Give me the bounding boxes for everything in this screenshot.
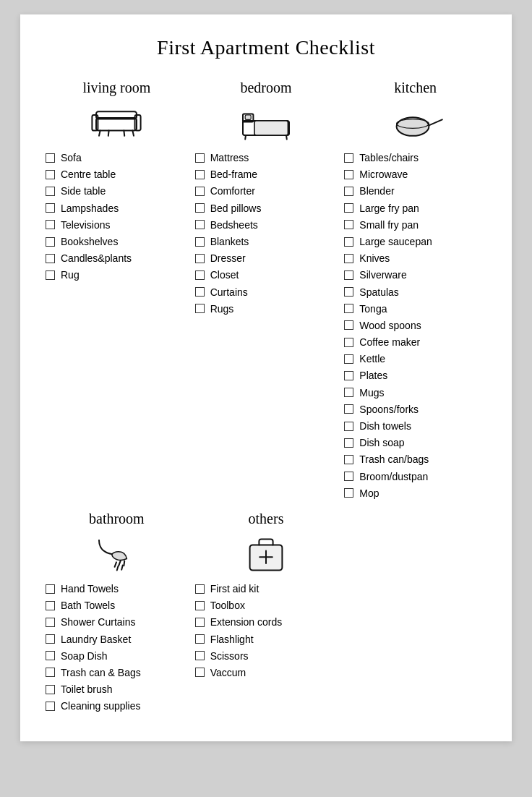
checkbox[interactable] <box>344 170 353 179</box>
list-item[interactable]: Centre table <box>46 168 188 181</box>
checkbox[interactable] <box>46 634 55 644</box>
checkbox[interactable] <box>46 203 55 213</box>
list-item[interactable]: Flashlight <box>195 633 338 646</box>
list-item[interactable]: Broom/dustpan <box>344 470 486 483</box>
list-item[interactable]: Bath Towels <box>46 599 188 612</box>
checkbox[interactable] <box>195 203 205 213</box>
list-item[interactable]: Bookshelves <box>46 235 188 248</box>
list-item[interactable]: Cleaning supplies <box>46 699 188 712</box>
list-item[interactable]: Spoons/forks <box>344 403 486 416</box>
checkbox[interactable] <box>195 618 205 627</box>
checkbox[interactable] <box>344 220 353 229</box>
checkbox[interactable] <box>46 153 55 163</box>
list-item[interactable]: Comforter <box>195 184 338 197</box>
checkbox[interactable] <box>195 187 205 196</box>
checkbox[interactable] <box>46 270 55 280</box>
list-item[interactable]: Bed pillows <box>195 202 338 215</box>
list-item[interactable]: Microwave <box>344 168 486 181</box>
list-item[interactable]: Trash can/bags <box>344 453 486 466</box>
list-item[interactable]: Soap Dish <box>46 649 188 662</box>
list-item[interactable]: Bedsheets <box>195 218 338 231</box>
list-item[interactable]: Small fry pan <box>344 218 486 231</box>
list-item[interactable]: Large saucepan <box>344 235 486 248</box>
checkbox[interactable] <box>344 404 353 414</box>
list-item[interactable]: Hand Towels <box>46 582 188 595</box>
list-item[interactable]: Bed-frame <box>195 168 338 181</box>
checkbox[interactable] <box>46 685 55 694</box>
checkbox[interactable] <box>195 668 205 677</box>
list-item[interactable]: Toolbox <box>195 599 338 612</box>
checkbox[interactable] <box>344 472 353 481</box>
checkbox[interactable] <box>344 254 353 263</box>
list-item[interactable]: First aid kit <box>195 582 338 595</box>
checkbox[interactable] <box>46 237 55 247</box>
list-item[interactable]: Large fry pan <box>344 202 486 215</box>
checkbox[interactable] <box>344 455 353 464</box>
checkbox[interactable] <box>344 354 353 364</box>
list-item[interactable]: Blender <box>344 184 486 197</box>
checkbox[interactable] <box>195 237 205 247</box>
list-item[interactable]: Televisions <box>46 218 188 231</box>
list-item[interactable]: Vaccum <box>195 666 338 679</box>
list-item[interactable]: Spatulas <box>344 286 486 299</box>
checkbox[interactable] <box>344 422 353 431</box>
checkbox[interactable] <box>195 270 205 280</box>
list-item[interactable]: Rugs <box>195 302 338 315</box>
list-item[interactable]: Mugs <box>344 386 486 399</box>
list-item[interactable]: Mop <box>344 487 486 500</box>
checkbox[interactable] <box>195 651 205 660</box>
checkbox[interactable] <box>344 187 353 196</box>
list-item[interactable]: Blankets <box>195 235 338 248</box>
list-item[interactable]: Dish towels <box>344 419 486 432</box>
checkbox[interactable] <box>46 651 55 660</box>
list-item[interactable]: Coffee maker <box>344 336 486 349</box>
checkbox[interactable] <box>344 153 353 163</box>
list-item[interactable]: Knives <box>344 252 486 265</box>
list-item[interactable]: Side table <box>46 184 188 197</box>
list-item[interactable]: Toilet brush <box>46 683 188 696</box>
checkbox[interactable] <box>344 438 353 448</box>
checkbox[interactable] <box>195 601 205 610</box>
list-item[interactable]: Shower Curtains <box>46 615 188 628</box>
checkbox[interactable] <box>344 270 353 280</box>
checkbox[interactable] <box>195 634 205 644</box>
list-item[interactable]: Extension cords <box>195 615 338 628</box>
checkbox[interactable] <box>46 618 55 627</box>
checkbox[interactable] <box>344 287 353 297</box>
list-item[interactable]: Candles&plants <box>46 252 188 265</box>
checkbox[interactable] <box>46 254 55 263</box>
list-item[interactable]: Mattress <box>195 151 338 164</box>
list-item[interactable]: Kettle <box>344 352 486 365</box>
checkbox[interactable] <box>195 170 205 179</box>
checkbox[interactable] <box>344 237 353 247</box>
list-item[interactable]: Tables/chairs <box>344 151 486 164</box>
list-item[interactable]: Silverware <box>344 268 486 281</box>
list-item[interactable]: Plates <box>344 369 486 382</box>
checkbox[interactable] <box>46 187 55 196</box>
list-item[interactable]: Curtains <box>195 286 338 299</box>
checkbox[interactable] <box>195 153 205 163</box>
list-item[interactable]: Dish soap <box>344 436 486 449</box>
list-item[interactable]: Rug <box>46 268 188 281</box>
checkbox[interactable] <box>46 668 55 677</box>
list-item[interactable]: Wood spoons <box>344 319 486 332</box>
checkbox[interactable] <box>46 170 55 179</box>
checkbox[interactable] <box>344 304 353 313</box>
checkbox[interactable] <box>344 371 353 380</box>
list-item[interactable]: Closet <box>195 268 338 281</box>
list-item[interactable]: Sofa <box>46 151 188 164</box>
checkbox[interactable] <box>195 584 205 594</box>
checkbox[interactable] <box>344 338 353 347</box>
checkbox[interactable] <box>344 320 353 330</box>
list-item[interactable]: Laundry Basket <box>46 633 188 646</box>
checkbox[interactable] <box>46 702 55 711</box>
checkbox[interactable] <box>344 203 353 213</box>
list-item[interactable]: Tonga <box>344 302 486 315</box>
checkbox[interactable] <box>195 304 205 313</box>
checkbox[interactable] <box>195 220 205 229</box>
list-item[interactable]: Dresser <box>195 252 338 265</box>
checkbox[interactable] <box>344 488 353 498</box>
list-item[interactable]: Scissors <box>195 649 338 662</box>
checkbox[interactable] <box>344 388 353 397</box>
list-item[interactable]: Lampshades <box>46 202 188 215</box>
